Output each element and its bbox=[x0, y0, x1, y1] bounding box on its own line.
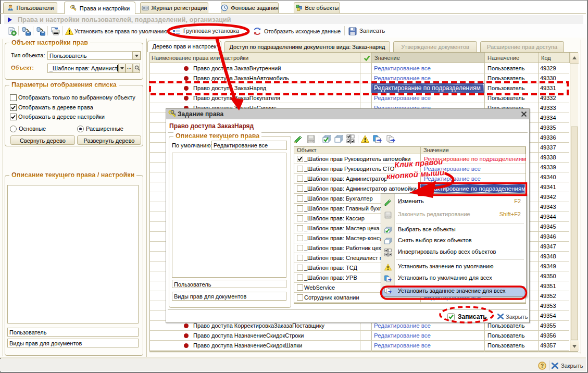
svg-text:СТОП: СТОП bbox=[308, 140, 314, 143]
svg-text:?: ? bbox=[541, 363, 544, 369]
svg-text:СТОП: СТОП bbox=[385, 216, 391, 218]
